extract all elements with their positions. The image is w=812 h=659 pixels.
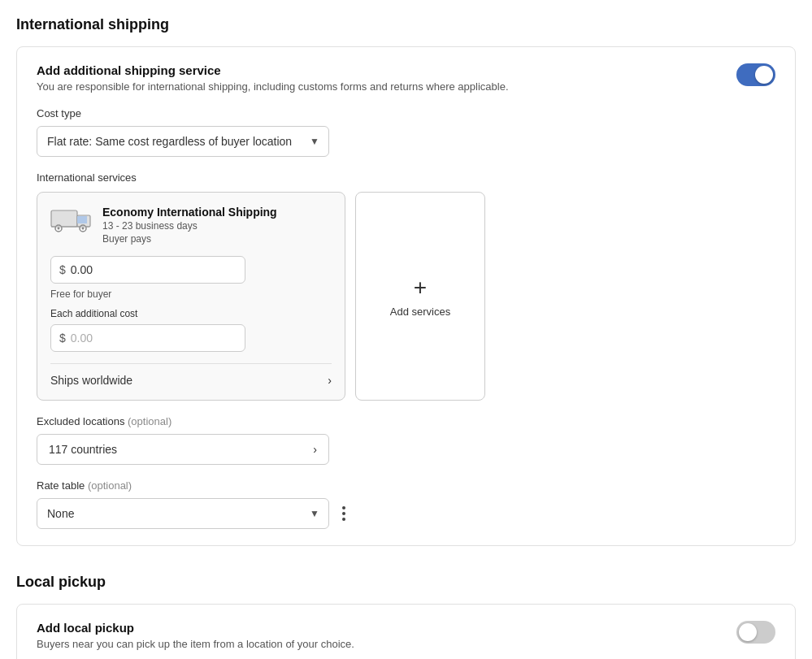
international-shipping-title: International shipping xyxy=(16,8,796,33)
service-days: 13 - 23 business days xyxy=(102,220,277,232)
dot-icon-1 xyxy=(342,506,345,509)
svg-rect-0 xyxy=(51,210,77,227)
add-services-plus-icon: + xyxy=(414,275,427,301)
card-title: Add additional shipping service xyxy=(37,63,509,77)
local-pickup-toggle-slider xyxy=(736,621,775,644)
truck-icon xyxy=(50,206,93,235)
add-services-label: Add services xyxy=(390,306,450,318)
excluded-locations-chevron-icon: › xyxy=(313,443,317,456)
cost-type-label: Cost type xyxy=(37,107,775,119)
toggle-slider xyxy=(736,63,775,86)
service-info: Economy International Shipping 13 - 23 b… xyxy=(102,206,277,246)
additional-input-group: $ xyxy=(50,324,245,352)
excluded-locations-label: Excluded locations (optional) xyxy=(37,415,775,427)
local-pickup-card-header: Add local pickup Buyers near you can pic… xyxy=(37,621,775,650)
excluded-locations-value: 117 countries xyxy=(49,443,117,456)
rate-table-optional-text: (optional) xyxy=(88,479,132,492)
international-services-label: International services xyxy=(37,171,775,184)
dot-icon-3 xyxy=(342,518,345,521)
rate-table-select-wrapper: None Standard Custom ▼ xyxy=(37,498,329,529)
ships-worldwide-row[interactable]: Ships worldwide › xyxy=(50,363,332,387)
rate-table-select[interactable]: None Standard Custom xyxy=(37,498,329,529)
additional-prefix: $ xyxy=(59,332,66,345)
local-pickup-title-text: Add local pickup xyxy=(37,621,354,635)
svg-point-4 xyxy=(58,228,60,230)
service-buyer-pays: Buyer pays xyxy=(102,233,277,245)
cost-type-select-wrapper: Flat rate: Same cost regardless of buyer… xyxy=(37,126,329,157)
rate-table-label: Rate table (optional) xyxy=(37,479,775,492)
excluded-optional-text: (optional) xyxy=(128,415,172,427)
svg-marker-2 xyxy=(77,216,87,223)
service-name: Economy International Shipping xyxy=(102,206,277,219)
local-pickup-title: Local pickup xyxy=(16,566,796,591)
card-subtitle: You are responsible for international sh… xyxy=(37,80,509,93)
card-header-text: Add additional shipping service You are … xyxy=(37,63,509,93)
additional-cost-label: Each additional cost xyxy=(50,308,332,319)
service-card: Economy International Shipping 13 - 23 b… xyxy=(37,192,345,401)
amount-prefix: $ xyxy=(59,263,66,276)
service-header: Economy International Shipping 13 - 23 b… xyxy=(50,206,332,246)
cost-type-select[interactable]: Flat rate: Same cost regardless of buyer… xyxy=(37,126,329,157)
local-pickup-toggle[interactable] xyxy=(736,621,775,644)
free-label: Free for buyer xyxy=(50,288,332,300)
excluded-locations-select-wrapper: 117 countries › xyxy=(37,434,329,465)
amount-input-group: $ xyxy=(50,256,245,284)
rate-table-more-button[interactable] xyxy=(336,500,352,527)
amount-input[interactable] xyxy=(71,257,237,283)
rate-table-row: None Standard Custom ▼ xyxy=(37,498,775,529)
ships-worldwide-label: Ships worldwide xyxy=(50,374,132,387)
local-pickup-card: Add local pickup Buyers near you can pic… xyxy=(16,604,796,659)
local-pickup-header-text: Add local pickup Buyers near you can pic… xyxy=(37,621,354,650)
dot-icon-2 xyxy=(342,512,345,515)
additional-input[interactable] xyxy=(71,325,237,351)
add-services-card[interactable]: + Add services xyxy=(355,192,485,401)
excluded-locations-button[interactable]: 117 countries › xyxy=(37,434,329,465)
local-pickup-subtitle: Buyers near you can pick up the item fro… xyxy=(37,638,354,650)
services-row: Economy International Shipping 13 - 23 b… xyxy=(37,192,775,401)
international-shipping-card: Add additional shipping service You are … xyxy=(16,46,796,546)
svg-point-6 xyxy=(82,228,85,230)
ships-worldwide-chevron-icon: › xyxy=(328,374,332,387)
international-shipping-toggle[interactable] xyxy=(736,63,775,86)
card-header: Add additional shipping service You are … xyxy=(37,63,775,93)
